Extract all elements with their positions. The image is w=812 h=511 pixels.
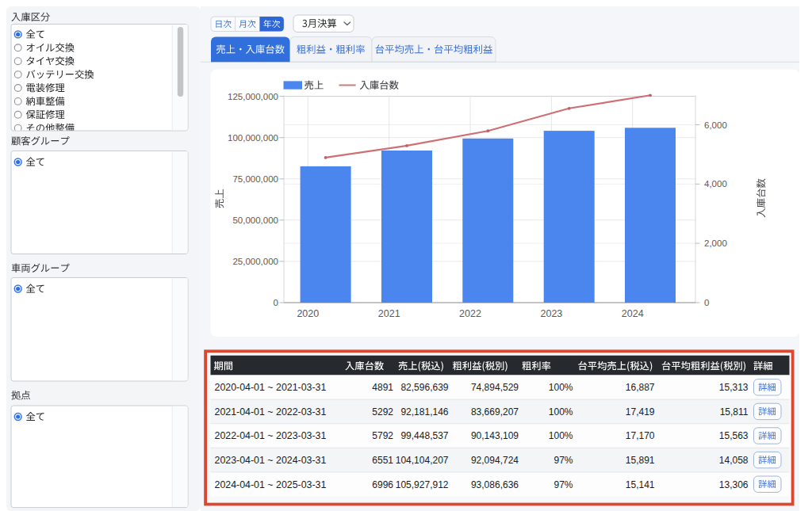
svg-text:15,811: 15,811 — [720, 406, 749, 418]
svg-text:104,104,207: 104,104,207 — [396, 455, 449, 466]
svg-text:6,000: 6,000 — [704, 120, 727, 130]
svg-text:2023: 2023 — [540, 308, 562, 319]
svg-text:99,448,537: 99,448,537 — [400, 430, 448, 441]
svg-text:25,000,000: 25,000,000 — [232, 257, 278, 266]
svg-text:100%: 100% — [549, 430, 573, 441]
svg-text:97%: 97% — [553, 479, 573, 490]
svg-text:15,313: 15,313 — [719, 382, 749, 393]
svg-text:2022: 2022 — [459, 308, 481, 319]
svg-text:97%: 97% — [553, 455, 573, 466]
svg-text:92,094,724: 92,094,724 — [471, 455, 519, 466]
svg-text:6996: 6996 — [372, 479, 393, 490]
svg-text:100%: 100% — [549, 406, 573, 418]
svg-text:14,058: 14,058 — [719, 455, 749, 466]
svg-text:90,143,109: 90,143,109 — [471, 430, 519, 441]
svg-text:82,596,639: 82,596,639 — [400, 382, 448, 393]
svg-text:74,894,529: 74,894,529 — [471, 382, 519, 393]
svg-text:92,181,146: 92,181,146 — [400, 406, 448, 418]
svg-text:15,563: 15,563 — [719, 430, 749, 441]
svg-text:6551: 6551 — [372, 455, 393, 466]
svg-text:2,000: 2,000 — [704, 238, 727, 248]
svg-text:2021: 2021 — [378, 308, 400, 319]
svg-text:5792: 5792 — [372, 430, 393, 441]
svg-text:100%: 100% — [549, 382, 573, 393]
svg-text:50,000,000: 50,000,000 — [232, 215, 278, 225]
svg-text:15,141: 15,141 — [626, 479, 655, 490]
svg-text:75,000,000: 75,000,000 — [232, 174, 278, 184]
svg-text:2021-04-01 ~ 2022-03-31: 2021-04-01 ~ 2022-03-31 — [215, 406, 327, 418]
svg-text:13,306: 13,306 — [719, 479, 749, 490]
svg-text:16,887: 16,887 — [626, 382, 655, 393]
svg-text:17,170: 17,170 — [626, 430, 655, 441]
svg-text:4891: 4891 — [372, 382, 393, 393]
svg-text:15,891: 15,891 — [626, 455, 655, 466]
svg-text:4,000: 4,000 — [704, 179, 727, 189]
svg-text:100,000,000: 100,000,000 — [228, 133, 278, 143]
svg-text:83,669,207: 83,669,207 — [471, 406, 519, 418]
svg-text:2022-04-01 ~ 2023-03-31: 2022-04-01 ~ 2023-03-31 — [215, 430, 327, 441]
svg-text:0: 0 — [274, 298, 278, 307]
svg-text:2023-04-01 ~ 2024-03-31: 2023-04-01 ~ 2024-03-31 — [215, 455, 327, 466]
svg-text:93,086,636: 93,086,636 — [471, 479, 519, 490]
svg-text:2020-04-01 ~ 2021-03-31: 2020-04-01 ~ 2021-03-31 — [215, 382, 327, 393]
svg-text:2024: 2024 — [622, 308, 644, 319]
svg-text:2020: 2020 — [297, 308, 319, 319]
svg-text:125,000,000: 125,000,000 — [228, 92, 278, 101]
svg-text:17,419: 17,419 — [626, 406, 655, 418]
svg-text:2024-04-01 ~ 2025-03-31: 2024-04-01 ~ 2025-03-31 — [215, 479, 327, 490]
svg-text:5292: 5292 — [372, 406, 393, 418]
svg-text:0: 0 — [704, 298, 709, 307]
svg-text:105,927,912: 105,927,912 — [396, 479, 449, 490]
